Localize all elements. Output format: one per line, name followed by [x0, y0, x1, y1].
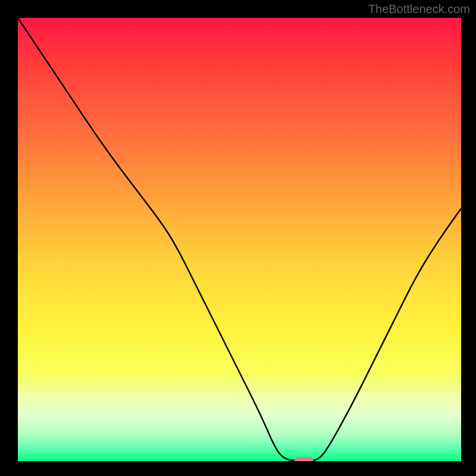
optimal-marker [295, 457, 314, 461]
watermark-text: TheBottleneck.com [368, 2, 470, 16]
plot-area [18, 18, 461, 461]
gradient-background [18, 18, 461, 461]
chart-container: TheBottleneck.com [0, 0, 476, 476]
chart-svg [18, 18, 461, 461]
